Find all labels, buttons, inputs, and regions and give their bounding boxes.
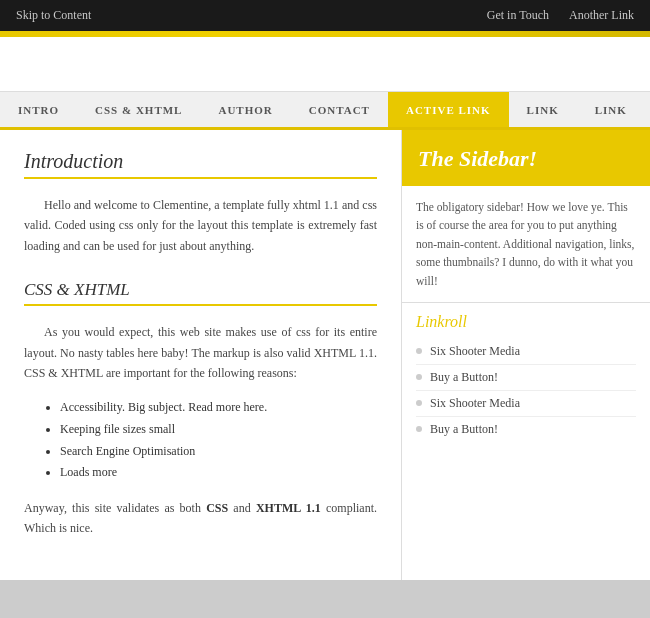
- nav-item-intro[interactable]: INTRO: [0, 92, 77, 127]
- intro-para: Hello and welcome to Clementine, a templ…: [24, 195, 377, 256]
- xhtml-link[interactable]: XHTML 1.1: [256, 501, 321, 515]
- linkroll-item-1[interactable]: Six Shooter Media: [416, 339, 636, 365]
- css-link[interactable]: CSS: [206, 501, 228, 515]
- sidebar-header: The Sidebar!: [402, 130, 650, 186]
- sidebar-title: The Sidebar!: [418, 146, 634, 172]
- bullet-item-1: Accessibility. Big subject. Read more he…: [60, 397, 377, 419]
- nav-bar: INTRO CSS & XHTML AUTHOR CONTACT ACTIVE …: [0, 92, 650, 130]
- css-title: CSS & XHTML: [24, 280, 377, 306]
- main-wrapper: Introduction Hello and welcome to Clemen…: [0, 130, 650, 580]
- sidebar: The Sidebar! The obligatory sidebar! How…: [402, 130, 650, 580]
- nav-item-css-xhtml[interactable]: CSS & XHTML: [77, 92, 200, 127]
- top-nav-links: Get in Touch Another Link: [487, 8, 634, 23]
- nav-item-author[interactable]: AUTHOR: [200, 92, 290, 127]
- skip-bar: Skip to Content Get in Touch Another Lin…: [0, 0, 650, 31]
- intro-title: Introduction: [24, 150, 377, 179]
- sidebar-intro: The obligatory sidebar! How we love ye. …: [402, 186, 650, 303]
- get-in-touch-link[interactable]: Get in Touch: [487, 8, 549, 23]
- another-link[interactable]: Another Link: [569, 8, 634, 23]
- linkroll-item-4[interactable]: Buy a Button!: [416, 417, 636, 442]
- nav-item-link2[interactable]: LINK: [577, 92, 645, 127]
- linkroll-item-2[interactable]: Buy a Button!: [416, 365, 636, 391]
- css-para: As you would expect, this web site makes…: [24, 322, 377, 383]
- here-link[interactable]: here: [244, 400, 265, 414]
- bullet-item-2: Keeping file sizes small: [60, 419, 377, 441]
- bullet-item-3: Search Engine Optimisation: [60, 441, 377, 463]
- bullet-list: Accessibility. Big subject. Read more he…: [60, 397, 377, 483]
- linkroll-section: Linkroll Six Shooter Media Buy a Button!…: [402, 303, 650, 452]
- bullet-item-4: Loads more: [60, 462, 377, 484]
- nav-item-contact[interactable]: CONTACT: [291, 92, 388, 127]
- header-area: [0, 37, 650, 92]
- linkroll-title: Linkroll: [416, 313, 636, 331]
- content-area: Introduction Hello and welcome to Clemen…: [0, 130, 402, 580]
- linkroll-item-3[interactable]: Six Shooter Media: [416, 391, 636, 417]
- nav-item-link1[interactable]: LINK: [509, 92, 577, 127]
- skip-to-content-link[interactable]: Skip to Content: [16, 8, 91, 23]
- nav-item-active-link[interactable]: ACTIVE LINK: [388, 92, 509, 127]
- bottom-para: Anyway, this site validates as both CSS …: [24, 498, 377, 539]
